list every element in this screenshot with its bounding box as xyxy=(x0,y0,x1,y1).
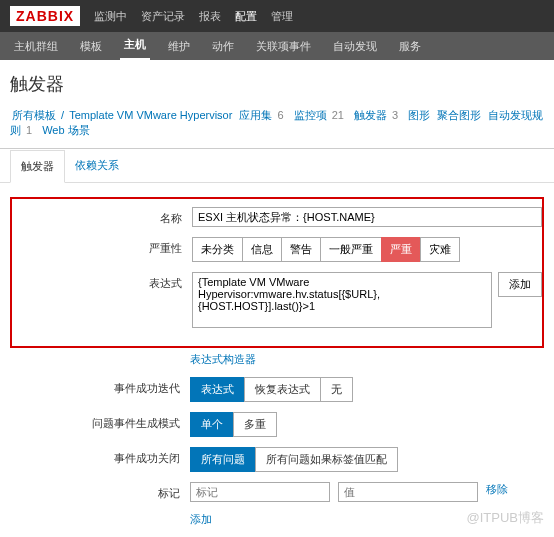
tag-add-link[interactable]: 添加 xyxy=(190,512,212,527)
probmode-多重[interactable]: 多重 xyxy=(233,412,277,437)
okgen-恢复表达式[interactable]: 恢复表达式 xyxy=(244,377,321,402)
topnav-监测中[interactable]: 监测中 xyxy=(94,10,127,22)
severity-灾难[interactable]: 灾难 xyxy=(420,237,460,262)
tag-name-input[interactable] xyxy=(190,482,330,502)
severity-严重[interactable]: 严重 xyxy=(381,237,421,262)
topnav-资产记录[interactable]: 资产记录 xyxy=(141,10,185,22)
crumb-Web 场景[interactable]: Web 场景 xyxy=(42,124,89,136)
okgen-表达式[interactable]: 表达式 xyxy=(190,377,245,402)
topnav-报表[interactable]: 报表 xyxy=(199,10,221,22)
problem-mode-label: 问题事件生成模式 xyxy=(10,412,190,431)
crumb-template[interactable]: Template VM VMware Hypervisor xyxy=(69,109,232,121)
expression-textarea[interactable] xyxy=(192,272,492,328)
crumb-应用集[interactable]: 应用集 xyxy=(239,109,272,121)
severity-信息[interactable]: 信息 xyxy=(242,237,282,262)
severity-一般严重[interactable]: 一般严重 xyxy=(320,237,382,262)
okgen-无[interactable]: 无 xyxy=(320,377,353,402)
subnav-服务[interactable]: 服务 xyxy=(395,33,425,60)
subnav-维护[interactable]: 维护 xyxy=(164,33,194,60)
probmode-单个[interactable]: 单个 xyxy=(190,412,234,437)
tags-label: 标记 xyxy=(10,482,190,501)
tag-value-input[interactable] xyxy=(338,482,478,502)
tabs: 触发器依赖关系 xyxy=(0,150,554,183)
top-bar: ZABBIX 监测中资产记录报表配置管理 xyxy=(0,0,554,32)
breadcrumb: 所有模板 / Template VM VMware Hypervisor 应用集… xyxy=(0,104,554,149)
expression-label: 表达式 xyxy=(12,272,192,291)
crumb-监控项[interactable]: 监控项 xyxy=(294,109,327,121)
tag-remove-link[interactable]: 移除 xyxy=(486,482,508,497)
top-nav: 监测中资产记录报表配置管理 xyxy=(94,9,307,24)
ok-event-gen-segment: 表达式恢复表达式无 xyxy=(190,377,353,402)
logo: ZABBIX xyxy=(10,6,80,26)
topnav-配置[interactable]: 配置 xyxy=(235,10,257,22)
subnav-模板[interactable]: 模板 xyxy=(76,33,106,60)
sub-nav: 主机群组模板主机维护动作关联项事件自动发现服务 xyxy=(0,32,554,60)
okclose-所有问题如果标签值匹配[interactable]: 所有问题如果标签值匹配 xyxy=(255,447,398,472)
subnav-关联项事件[interactable]: 关联项事件 xyxy=(252,33,315,60)
subnav-动作[interactable]: 动作 xyxy=(208,33,238,60)
expression-builder-link[interactable]: 表达式构造器 xyxy=(190,352,256,367)
tab-触发器[interactable]: 触发器 xyxy=(10,150,65,183)
severity-未分类[interactable]: 未分类 xyxy=(192,237,243,262)
highlight-box-1: 名称 严重性 未分类信息警告一般严重严重灾难 表达式 添加 xyxy=(10,197,544,348)
crumb-图形[interactable]: 图形 xyxy=(408,109,430,121)
subnav-自动发现[interactable]: 自动发现 xyxy=(329,33,381,60)
form: 名称 严重性 未分类信息警告一般严重严重灾难 表达式 添加 表达式构造器 事件成… xyxy=(0,183,554,537)
subnav-主机[interactable]: 主机 xyxy=(120,31,150,61)
ok-close-segment: 所有问题所有问题如果标签值匹配 xyxy=(190,447,398,472)
crumb-all-templates[interactable]: 所有模板 xyxy=(12,109,56,121)
severity-警告[interactable]: 警告 xyxy=(281,237,321,262)
topnav-管理[interactable]: 管理 xyxy=(271,10,293,22)
watermark: @ITPUB博客 xyxy=(467,509,544,527)
subnav-主机群组[interactable]: 主机群组 xyxy=(10,33,62,60)
name-label: 名称 xyxy=(12,207,192,226)
problem-mode-segment: 单个多重 xyxy=(190,412,277,437)
okclose-所有问题[interactable]: 所有问题 xyxy=(190,447,256,472)
page-title: 触发器 xyxy=(0,60,554,104)
ok-close-label: 事件成功关闭 xyxy=(10,447,190,466)
ok-event-gen-label: 事件成功迭代 xyxy=(10,377,190,396)
crumb-触发器[interactable]: 触发器 xyxy=(354,109,387,121)
expression-add-button[interactable]: 添加 xyxy=(498,272,542,297)
tab-依赖关系[interactable]: 依赖关系 xyxy=(65,150,129,182)
severity-label: 严重性 xyxy=(12,237,192,256)
crumb-聚合图形[interactable]: 聚合图形 xyxy=(437,109,481,121)
name-input[interactable] xyxy=(192,207,542,227)
